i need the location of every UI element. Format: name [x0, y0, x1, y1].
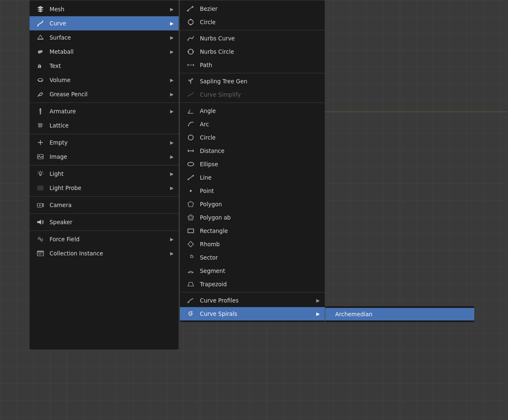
menu-item-volume[interactable]: Volume ▶	[30, 73, 179, 87]
submenu-item-rhomb[interactable]: Rhomb	[180, 238, 325, 251]
image-label: Image	[50, 153, 167, 160]
mesh-label: Mesh	[50, 6, 167, 12]
spirals-submenu: Archemedian	[325, 306, 475, 322]
text-label: Text	[50, 62, 174, 69]
divider-2	[30, 134, 179, 134]
camera-label: Camera	[50, 202, 174, 208]
submenu-item-path[interactable]: Path	[180, 58, 325, 72]
svg-point-9	[40, 113, 41, 115]
light-probe-icon	[35, 184, 46, 192]
submenu-item-nurbs-circle[interactable]: Nurbs Circle	[180, 45, 325, 58]
submenu-item-polygon[interactable]: Polygon	[180, 198, 325, 211]
menu-item-curve[interactable]: Curve ▶	[30, 16, 179, 30]
point-label: Point	[200, 188, 320, 194]
menu-item-armature[interactable]: Armature ▶	[30, 104, 179, 118]
mesh-icon	[35, 5, 46, 13]
empty-label: Empty	[50, 139, 167, 146]
svg-point-48	[188, 135, 193, 140]
svg-marker-61	[188, 241, 194, 247]
menu-item-surface[interactable]: Surface ▶	[30, 30, 179, 45]
svg-rect-30	[37, 221, 40, 223]
segment-label: Segment	[200, 268, 320, 274]
grease-pencil-arrow: ▶	[167, 92, 174, 97]
menu-item-grease-pencil[interactable]: Grease Pencil ▶	[30, 87, 179, 101]
submenu-item-curve-profiles[interactable]: Curve Profiles ▶	[180, 294, 325, 307]
submenu-item-curve-simplify[interactable]: Curve Simplify	[180, 88, 325, 101]
metaball-arrow: ▶	[167, 49, 174, 55]
tertiary-item-archemedian[interactable]: Archemedian	[325, 308, 474, 320]
polygon-icon	[185, 200, 197, 208]
grease-pencil-label: Grease Pencil	[50, 91, 167, 98]
archemedian-label: Archemedian	[330, 311, 469, 318]
line-icon	[185, 173, 197, 182]
bezier-label: Bezier	[200, 5, 320, 12]
surface-label: Surface	[50, 34, 167, 41]
empty-icon	[35, 138, 46, 147]
menu-item-light-probe[interactable]: Light Probe ▶	[30, 181, 179, 195]
submenu-item-distance[interactable]: Distance	[180, 144, 325, 158]
submenu-item-trapezoid[interactable]: Trapezoid	[180, 278, 325, 291]
svg-point-18	[39, 172, 42, 175]
camera-icon	[35, 201, 46, 209]
menu-item-empty[interactable]: Empty ▶	[30, 135, 179, 150]
line-label: Line	[200, 174, 320, 181]
curve-circle-icon	[185, 18, 197, 26]
submenu-item-polygon-ab[interactable]: Polygon ab	[180, 211, 325, 224]
force-field-label: Force Field	[50, 236, 167, 242]
metaball-icon	[35, 48, 46, 56]
image-arrow: ▶	[167, 154, 174, 160]
svg-marker-62	[188, 282, 194, 286]
menu-item-camera[interactable]: Camera	[30, 198, 179, 212]
surface-arrow: ▶	[167, 35, 174, 40]
svg-point-8	[40, 108, 41, 110]
arc-icon	[185, 120, 197, 128]
submenu-item-nurbs-curve[interactable]: Nurbs Curve	[180, 32, 325, 45]
curve-spirals-icon	[185, 310, 197, 318]
menu-item-text[interactable]: a Text	[30, 59, 179, 73]
lattice-label: Lattice	[50, 122, 174, 129]
divider-5	[30, 213, 179, 214]
submenu-item-sector[interactable]: Sector	[180, 251, 325, 264]
menu-item-speaker[interactable]: Speaker	[30, 215, 179, 229]
image-icon	[35, 152, 46, 161]
menu-item-metaball[interactable]: Metaball ▶	[30, 45, 179, 59]
submenu-item-circle[interactable]: Circle	[180, 15, 325, 29]
trapezoid-label: Trapezoid	[200, 281, 320, 288]
submenu-item-bezier[interactable]: Bezier	[180, 2, 325, 15]
menu-item-collection-instance[interactable]: Collection Instance ▶	[30, 246, 179, 260]
segment-icon	[185, 267, 197, 275]
submenu-item-sapling-tree-gen[interactable]: Sapling Tree Gen	[180, 75, 325, 88]
divider-1	[30, 102, 179, 103]
menu-item-light[interactable]: Light ▶	[30, 167, 179, 181]
submenu-item-segment[interactable]: Segment	[180, 264, 325, 278]
submenu-item-angle[interactable]: Angle	[180, 104, 325, 118]
lattice-icon	[35, 121, 46, 130]
menu-item-mesh[interactable]: Mesh ▶	[30, 2, 179, 16]
menu-item-force-field[interactable]: Force Field ▶	[30, 232, 179, 246]
submenu-item-point[interactable]: Point	[180, 184, 325, 198]
svg-rect-28	[37, 203, 42, 207]
menu-item-image[interactable]: Image ▶	[30, 150, 179, 164]
primary-menu: Mesh ▶ Curve ▶ Surface ▶ Metaball ▶	[29, 0, 179, 350]
submenu-item-circle2[interactable]: Circle	[180, 131, 325, 144]
angle-icon	[185, 107, 197, 115]
svg-point-2	[40, 50, 42, 52]
arc-label: Arc	[200, 121, 320, 128]
curve-simplify-icon	[185, 90, 197, 99]
curve-icon	[35, 19, 46, 28]
point-icon	[185, 187, 197, 195]
sapling-tree-gen-icon	[185, 77, 197, 85]
path-label: Path	[200, 62, 320, 68]
submenu-item-curve-spirals[interactable]: Curve Spirals ▶	[180, 307, 325, 320]
surface-icon	[35, 33, 46, 42]
curve-submenu: Bezier Circle Nurbs Curve	[179, 0, 325, 322]
distance-label: Distance	[200, 148, 320, 154]
volume-icon	[35, 76, 46, 84]
menu-item-lattice[interactable]: Lattice	[30, 118, 179, 132]
submenu-item-rectangle[interactable]: Rectangle	[180, 224, 325, 238]
extra-circle-icon	[185, 133, 197, 142]
divider-6	[30, 230, 179, 231]
submenu-item-line[interactable]: Line	[180, 171, 325, 184]
submenu-item-arc[interactable]: Arc	[180, 118, 325, 131]
submenu-item-ellipse[interactable]: Ellipse	[180, 158, 325, 171]
